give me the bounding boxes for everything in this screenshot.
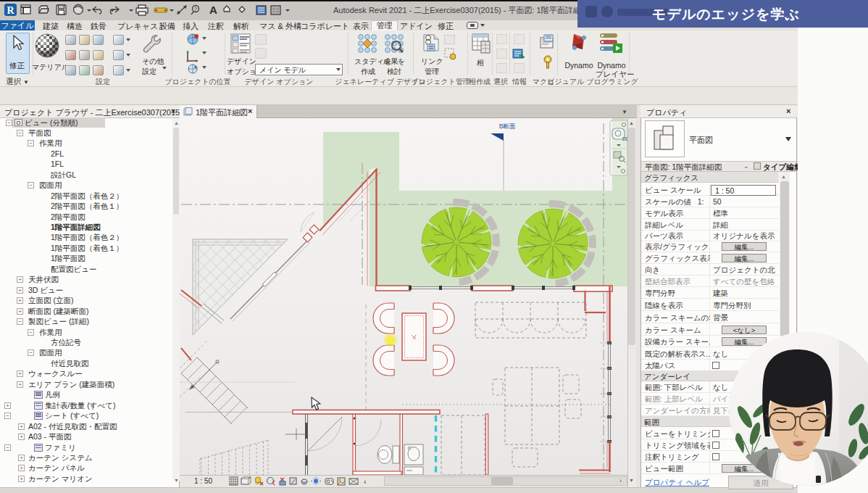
svg-text:A: A [209,4,217,16]
svg-text:‹: ‹ [364,477,367,486]
svg-text:2D: 2D [622,136,627,141]
svg-text:R: R [7,5,14,16]
svg-text:?: ? [194,7,197,12]
svg-text:B断面: B断面 [499,123,516,130]
